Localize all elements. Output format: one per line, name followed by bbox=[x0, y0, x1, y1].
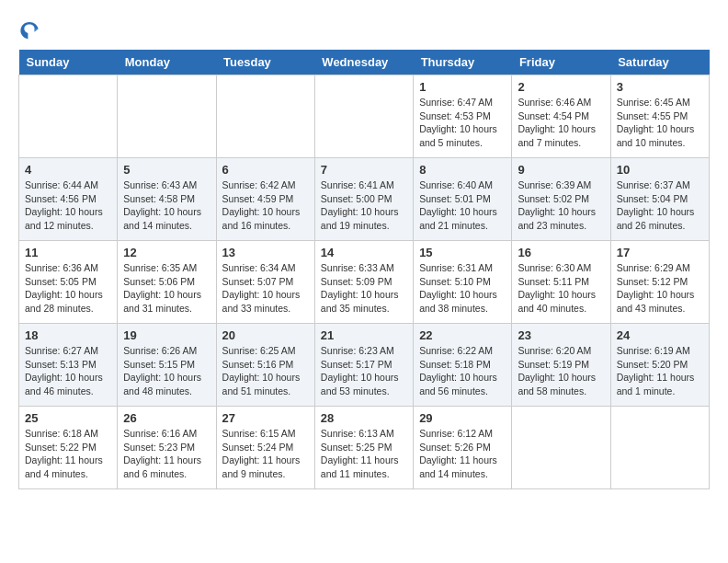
day-number: 16 bbox=[518, 246, 604, 259]
calendar-cell: 12Sunrise: 6:35 AM Sunset: 5:06 PM Dayli… bbox=[118, 241, 216, 324]
day-number: 27 bbox=[222, 411, 309, 425]
cell-info: Sunrise: 6:13 AM Sunset: 5:25 PM Dayligh… bbox=[321, 427, 407, 481]
calendar-cell: 10Sunrise: 6:37 AM Sunset: 5:04 PM Dayli… bbox=[610, 158, 709, 241]
day-number: 26 bbox=[123, 411, 210, 425]
calendar-cell: 24Sunrise: 6:19 AM Sunset: 5:20 PM Dayli… bbox=[610, 324, 709, 407]
calendar-cell: 15Sunrise: 6:31 AM Sunset: 5:10 PM Dayli… bbox=[414, 241, 512, 324]
cell-info: Sunrise: 6:44 AM Sunset: 4:56 PM Dayligh… bbox=[25, 178, 111, 233]
cell-info: Sunrise: 6:15 AM Sunset: 5:24 PM Dayligh… bbox=[222, 427, 309, 481]
cell-info: Sunrise: 6:47 AM Sunset: 4:53 PM Dayligh… bbox=[419, 96, 506, 150]
calendar-cell: 2Sunrise: 6:46 AM Sunset: 4:54 PM Daylig… bbox=[512, 75, 610, 158]
cell-info: Sunrise: 6:42 AM Sunset: 4:59 PM Dayligh… bbox=[222, 178, 309, 233]
calendar-cell: 3Sunrise: 6:45 AM Sunset: 4:55 PM Daylig… bbox=[610, 75, 709, 158]
page-header bbox=[18, 18, 710, 40]
day-number: 15 bbox=[419, 246, 506, 259]
cell-info: Sunrise: 6:20 AM Sunset: 5:19 PM Dayligh… bbox=[518, 344, 604, 398]
week-row-3: 11Sunrise: 6:36 AM Sunset: 5:05 PM Dayli… bbox=[19, 241, 710, 324]
cell-info: Sunrise: 6:23 AM Sunset: 5:17 PM Dayligh… bbox=[321, 344, 407, 398]
calendar-cell: 9Sunrise: 6:39 AM Sunset: 5:02 PM Daylig… bbox=[512, 158, 610, 241]
day-number: 4 bbox=[25, 163, 111, 177]
cell-info: Sunrise: 6:26 AM Sunset: 5:15 PM Dayligh… bbox=[123, 344, 210, 398]
day-number: 2 bbox=[518, 80, 604, 94]
day-number: 7 bbox=[321, 163, 407, 177]
cell-info: Sunrise: 6:39 AM Sunset: 5:02 PM Dayligh… bbox=[518, 178, 604, 233]
calendar-cell: 25Sunrise: 6:18 AM Sunset: 5:22 PM Dayli… bbox=[19, 407, 118, 489]
calendar-cell: 13Sunrise: 6:34 AM Sunset: 5:07 PM Dayli… bbox=[216, 241, 314, 324]
day-number: 10 bbox=[617, 163, 703, 177]
logo-icon bbox=[18, 18, 40, 40]
day-number: 6 bbox=[222, 163, 309, 177]
calendar-cell: 7Sunrise: 6:41 AM Sunset: 5:00 PM Daylig… bbox=[314, 158, 413, 241]
calendar-cell: 16Sunrise: 6:30 AM Sunset: 5:11 PM Dayli… bbox=[512, 241, 610, 324]
day-number: 3 bbox=[617, 80, 703, 94]
cell-info: Sunrise: 6:35 AM Sunset: 5:06 PM Dayligh… bbox=[123, 261, 210, 316]
cell-info: Sunrise: 6:27 AM Sunset: 5:13 PM Dayligh… bbox=[25, 344, 111, 398]
cell-info: Sunrise: 6:29 AM Sunset: 5:12 PM Dayligh… bbox=[617, 261, 703, 316]
cell-info: Sunrise: 6:12 AM Sunset: 5:26 PM Dayligh… bbox=[419, 427, 506, 481]
day-number: 20 bbox=[222, 328, 309, 342]
header-sunday: Sunday bbox=[19, 50, 118, 75]
calendar-cell: 21Sunrise: 6:23 AM Sunset: 5:17 PM Dayli… bbox=[314, 324, 413, 407]
cell-info: Sunrise: 6:34 AM Sunset: 5:07 PM Dayligh… bbox=[222, 261, 309, 316]
week-row-1: 1Sunrise: 6:47 AM Sunset: 4:53 PM Daylig… bbox=[19, 75, 710, 158]
calendar-cell bbox=[118, 75, 216, 158]
calendar-cell: 6Sunrise: 6:42 AM Sunset: 4:59 PM Daylig… bbox=[216, 158, 314, 241]
calendar-cell: 27Sunrise: 6:15 AM Sunset: 5:24 PM Dayli… bbox=[216, 407, 314, 489]
logo bbox=[18, 18, 44, 40]
cell-info: Sunrise: 6:36 AM Sunset: 5:05 PM Dayligh… bbox=[25, 261, 111, 316]
cell-info: Sunrise: 6:22 AM Sunset: 5:18 PM Dayligh… bbox=[419, 344, 506, 398]
calendar-cell: 23Sunrise: 6:20 AM Sunset: 5:19 PM Dayli… bbox=[512, 324, 610, 407]
day-number: 25 bbox=[25, 411, 111, 425]
cell-info: Sunrise: 6:37 AM Sunset: 5:04 PM Dayligh… bbox=[617, 178, 703, 233]
calendar-cell: 11Sunrise: 6:36 AM Sunset: 5:05 PM Dayli… bbox=[19, 241, 118, 324]
day-number: 28 bbox=[321, 411, 407, 425]
calendar-cell bbox=[314, 75, 413, 158]
header-friday: Friday bbox=[512, 50, 610, 75]
cell-info: Sunrise: 6:40 AM Sunset: 5:01 PM Dayligh… bbox=[419, 178, 506, 233]
day-number: 11 bbox=[25, 246, 111, 259]
week-row-2: 4Sunrise: 6:44 AM Sunset: 4:56 PM Daylig… bbox=[19, 158, 710, 241]
day-number: 19 bbox=[123, 328, 210, 342]
cell-info: Sunrise: 6:43 AM Sunset: 4:58 PM Dayligh… bbox=[123, 178, 210, 233]
day-number: 9 bbox=[518, 163, 604, 177]
cell-info: Sunrise: 6:16 AM Sunset: 5:23 PM Dayligh… bbox=[123, 427, 210, 481]
calendar-cell: 14Sunrise: 6:33 AM Sunset: 5:09 PM Dayli… bbox=[314, 241, 413, 324]
calendar-cell: 5Sunrise: 6:43 AM Sunset: 4:58 PM Daylig… bbox=[118, 158, 216, 241]
header-thursday: Thursday bbox=[414, 50, 512, 75]
cell-info: Sunrise: 6:45 AM Sunset: 4:55 PM Dayligh… bbox=[617, 96, 703, 150]
day-number: 22 bbox=[419, 328, 506, 342]
calendar-cell: 20Sunrise: 6:25 AM Sunset: 5:16 PM Dayli… bbox=[216, 324, 314, 407]
calendar-table: SundayMondayTuesdayWednesdayThursdayFrid… bbox=[18, 50, 710, 489]
calendar-cell: 1Sunrise: 6:47 AM Sunset: 4:53 PM Daylig… bbox=[414, 75, 512, 158]
cell-info: Sunrise: 6:41 AM Sunset: 5:00 PM Dayligh… bbox=[321, 178, 407, 233]
calendar-cell bbox=[216, 75, 314, 158]
week-row-4: 18Sunrise: 6:27 AM Sunset: 5:13 PM Dayli… bbox=[19, 324, 710, 407]
calendar-cell bbox=[512, 407, 610, 489]
calendar-cell: 18Sunrise: 6:27 AM Sunset: 5:13 PM Dayli… bbox=[19, 324, 118, 407]
day-number: 23 bbox=[518, 328, 604, 342]
calendar-cell: 8Sunrise: 6:40 AM Sunset: 5:01 PM Daylig… bbox=[414, 158, 512, 241]
week-row-5: 25Sunrise: 6:18 AM Sunset: 5:22 PM Dayli… bbox=[19, 407, 710, 489]
cell-info: Sunrise: 6:30 AM Sunset: 5:11 PM Dayligh… bbox=[518, 261, 604, 316]
day-number: 18 bbox=[25, 328, 111, 342]
header-tuesday: Tuesday bbox=[216, 50, 314, 75]
calendar-cell: 29Sunrise: 6:12 AM Sunset: 5:26 PM Dayli… bbox=[414, 407, 512, 489]
header-row: SundayMondayTuesdayWednesdayThursdayFrid… bbox=[19, 50, 710, 75]
day-number: 12 bbox=[123, 246, 210, 259]
calendar-cell bbox=[19, 75, 118, 158]
calendar-cell: 4Sunrise: 6:44 AM Sunset: 4:56 PM Daylig… bbox=[19, 158, 118, 241]
cell-info: Sunrise: 6:31 AM Sunset: 5:10 PM Dayligh… bbox=[419, 261, 506, 316]
cell-info: Sunrise: 6:19 AM Sunset: 5:20 PM Dayligh… bbox=[617, 344, 703, 398]
header-saturday: Saturday bbox=[610, 50, 709, 75]
header-wednesday: Wednesday bbox=[314, 50, 413, 75]
calendar-cell: 19Sunrise: 6:26 AM Sunset: 5:15 PM Dayli… bbox=[118, 324, 216, 407]
cell-info: Sunrise: 6:25 AM Sunset: 5:16 PM Dayligh… bbox=[222, 344, 309, 398]
day-number: 5 bbox=[123, 163, 210, 177]
header-monday: Monday bbox=[118, 50, 216, 75]
calendar-cell bbox=[610, 407, 709, 489]
day-number: 21 bbox=[321, 328, 407, 342]
day-number: 29 bbox=[419, 411, 506, 425]
day-number: 13 bbox=[222, 246, 309, 259]
cell-info: Sunrise: 6:18 AM Sunset: 5:22 PM Dayligh… bbox=[25, 427, 111, 481]
cell-info: Sunrise: 6:46 AM Sunset: 4:54 PM Dayligh… bbox=[518, 96, 604, 150]
